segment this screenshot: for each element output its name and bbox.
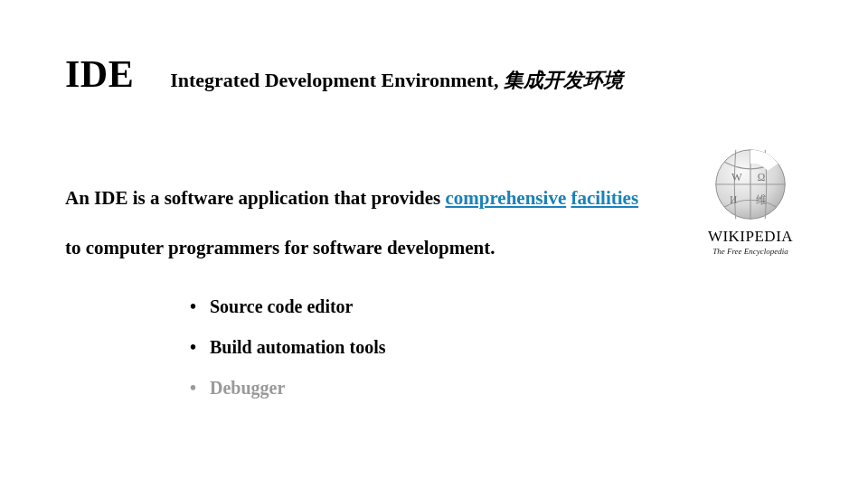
- bullet-item: Debugger: [190, 378, 385, 399]
- subtitle-en: Integrated Development Environment,: [170, 69, 504, 91]
- bullet-item: Build automation tools: [190, 337, 385, 358]
- svg-text:И: И: [730, 194, 737, 205]
- svg-text:W: W: [731, 171, 742, 183]
- svg-text:Ω: Ω: [758, 172, 766, 183]
- bullet-list: Source code editor Build automation tool…: [190, 296, 385, 418]
- slide-subtitle: Integrated Development Environment, 集成开发…: [170, 67, 623, 94]
- subtitle-cn: 集成开发环境: [504, 69, 623, 91]
- wikipedia-logo: W Ω И 维 WIKIPEDIA The Free Encyclopedia: [696, 146, 805, 256]
- body: An IDE is a software application that pr…: [65, 174, 803, 272]
- slide: IDE Integrated Development Environment, …: [0, 0, 868, 488]
- desc-pre: An IDE is a software application that pr…: [65, 187, 445, 209]
- desc-comprehensive: comprehensive: [445, 187, 566, 209]
- wikipedia-wordmark: WIKIPEDIA: [696, 228, 805, 246]
- globe-icon: W Ω И 维: [707, 146, 794, 224]
- header: IDE Integrated Development Environment, …: [65, 52, 623, 96]
- bullet-item: Source code editor: [190, 296, 385, 317]
- desc-post: to computer programmers for software dev…: [65, 237, 495, 258]
- slide-title: IDE: [65, 52, 134, 96]
- desc-facilities: facilities: [571, 187, 638, 209]
- description: An IDE is a software application that pr…: [65, 174, 644, 272]
- svg-text:维: 维: [756, 193, 767, 206]
- wikipedia-tagline: The Free Encyclopedia: [696, 247, 805, 256]
